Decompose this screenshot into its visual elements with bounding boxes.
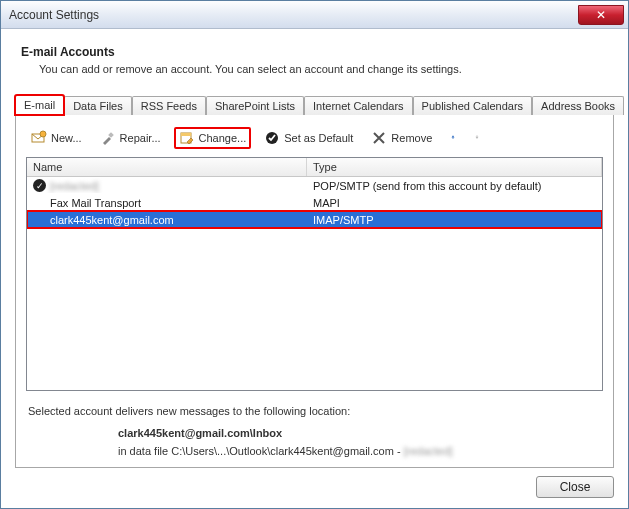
new-mail-icon <box>31 130 47 146</box>
default-check-icon <box>264 130 280 146</box>
delivery-location-block: Selected account delivers new messages t… <box>28 405 601 457</box>
change-icon <box>179 130 195 146</box>
content-area: E-mail Accounts You can add or remove an… <box>1 29 628 508</box>
remove-icon <box>371 130 387 146</box>
svg-point-1 <box>40 131 46 137</box>
account-list: Name Type ✓ [redacted] POP/SMTP (send fr… <box>26 157 603 391</box>
column-header-name[interactable]: Name <box>27 158 307 176</box>
window-title: Account Settings <box>9 8 578 22</box>
close-icon: ✕ <box>596 8 606 22</box>
tab-panel-email: New... Repair... Change... <box>15 115 614 468</box>
tab-email[interactable]: E-mail <box>15 95 64 115</box>
table-row[interactable]: Fax Mail Transport MAPI <box>27 194 602 211</box>
move-down-button[interactable] <box>469 130 485 146</box>
delivery-location-path-redacted: [redacted] <box>404 445 453 457</box>
tab-internet-calendars[interactable]: Internet Calendars <box>304 96 413 115</box>
tab-rss-feeds[interactable]: RSS Feeds <box>132 96 206 115</box>
move-up-button[interactable] <box>445 130 461 146</box>
new-account-button[interactable]: New... <box>26 127 87 149</box>
close-button[interactable]: Close <box>536 476 614 498</box>
remove-account-button[interactable]: Remove <box>366 127 437 149</box>
titlebar: Account Settings ✕ <box>1 1 628 29</box>
account-settings-window: Account Settings ✕ E-mail Accounts You c… <box>0 0 629 509</box>
new-label: New... <box>51 132 82 144</box>
delivery-location-folder: clark445kent@gmail.com\Inbox <box>118 427 601 439</box>
repair-icon <box>100 130 116 146</box>
list-header: Name Type <box>27 158 602 177</box>
account-name: Fax Mail Transport <box>50 197 141 209</box>
account-name: clark445kent@gmail.com <box>50 214 174 226</box>
toolbar: New... Repair... Change... <box>26 125 603 157</box>
arrow-up-icon <box>450 130 456 146</box>
table-row[interactable]: ✓ [redacted] POP/SMTP (send from this ac… <box>27 177 602 194</box>
change-account-button[interactable]: Change... <box>174 127 252 149</box>
tab-published-calendars[interactable]: Published Calendars <box>413 96 533 115</box>
tab-sharepoint-lists[interactable]: SharePoint Lists <box>206 96 304 115</box>
remove-label: Remove <box>391 132 432 144</box>
set-default-button[interactable]: Set as Default <box>259 127 358 149</box>
svg-rect-2 <box>108 132 114 138</box>
repair-label: Repair... <box>120 132 161 144</box>
delivery-lead: Selected account delivers new messages t… <box>28 405 601 417</box>
account-type: POP/SMTP (send from this account by defa… <box>307 179 602 193</box>
header-description: You can add or remove an account. You ca… <box>39 63 614 75</box>
column-header-type[interactable]: Type <box>307 158 602 176</box>
repair-account-button[interactable]: Repair... <box>95 127 166 149</box>
close-window-button[interactable]: ✕ <box>578 5 624 25</box>
account-type: MAPI <box>307 196 602 210</box>
tab-data-files[interactable]: Data Files <box>64 96 132 115</box>
default-label: Set as Default <box>284 132 353 144</box>
header-block: E-mail Accounts You can add or remove an… <box>21 45 614 75</box>
header-title: E-mail Accounts <box>21 45 614 59</box>
default-account-icon: ✓ <box>33 179 46 192</box>
tab-strip: E-mail Data Files RSS Feeds SharePoint L… <box>15 93 614 115</box>
tab-address-books[interactable]: Address Books <box>532 96 624 115</box>
arrow-down-icon <box>474 130 480 146</box>
account-name: [redacted] <box>50 180 99 192</box>
dialog-buttons: Close <box>15 468 614 498</box>
change-label: Change... <box>199 132 247 144</box>
table-row[interactable]: clark445kent@gmail.com IMAP/SMTP <box>27 211 602 228</box>
account-type: IMAP/SMTP <box>307 213 602 227</box>
delivery-location-path: in data file C:\Users\...\Outlook\clark4… <box>118 445 404 457</box>
